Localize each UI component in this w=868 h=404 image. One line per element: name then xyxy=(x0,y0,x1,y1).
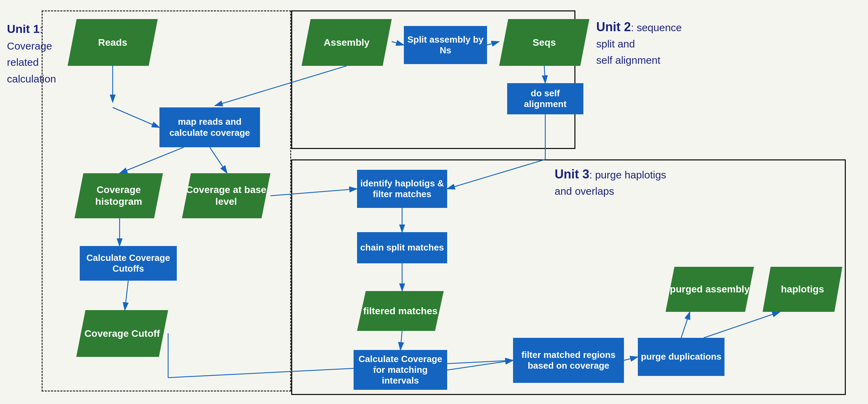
do-self-alignment-node: do self alignment xyxy=(507,83,583,114)
calc-coverage-intervals-node: Calculate Coverage for matching interval… xyxy=(354,350,447,390)
chain-split-node: chain split matches xyxy=(357,232,447,263)
purge-duplications-node: purge duplications xyxy=(638,338,724,376)
assembly-node: Assembly xyxy=(302,19,392,66)
calc-coverage-cutoffs-node: Calculate Coverage Cutoffs xyxy=(80,246,177,281)
filter-matched-node: filter matched regions based on coverage xyxy=(513,338,624,383)
unit2-label: Unit 2: sequencesplit andself alignment xyxy=(596,19,682,68)
split-assembly-node: Split assembly by Ns xyxy=(404,26,487,64)
coverage-base-node: Coverage at base level xyxy=(182,173,270,218)
purged-assembly-node: purged assembly xyxy=(666,267,754,312)
diagram-container: Unit 1:Coveragerelatedcalculation Unit 2… xyxy=(0,0,868,404)
coverage-cutoff-node: Coverage Cutoff xyxy=(76,310,168,357)
reads-node: Reads xyxy=(68,19,158,66)
filtered-matches-node: filtered matches xyxy=(357,291,444,331)
map-reads-node: map reads and calculate coverage xyxy=(159,107,260,147)
unit1-label: Unit 1:Coveragerelatedcalculation xyxy=(7,21,56,87)
unit3-label: Unit 3: purge haplotigsand overlaps xyxy=(555,166,666,199)
haplotigs-node: haplotigs xyxy=(763,267,842,312)
seqs-node: Seqs xyxy=(499,19,589,66)
identify-haplotigs-node: identify haplotigs & filter matches xyxy=(357,170,447,208)
coverage-histogram-node: Coverage histogram xyxy=(75,173,163,218)
